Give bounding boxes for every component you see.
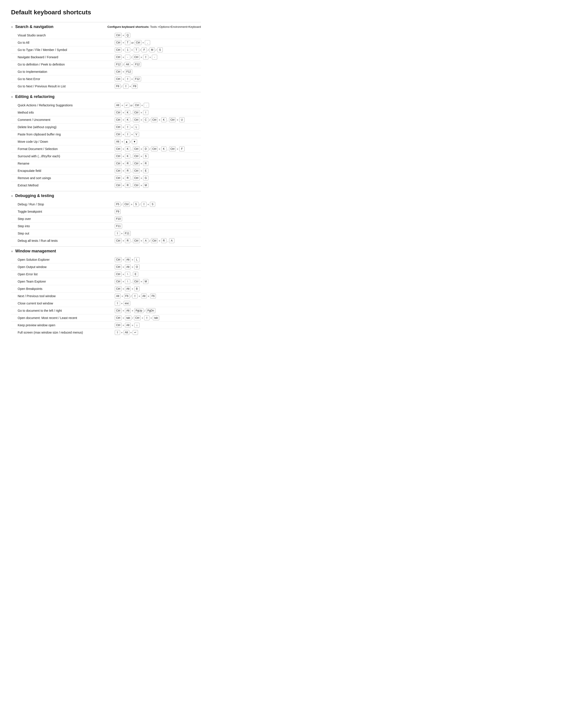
shortcut-row: Go to Next / Previous Result in ListF8/⇧…: [11, 83, 201, 90]
shortcut-keys: Ctrl+F12: [115, 69, 132, 74]
shortcut-row: Toggle breakpointF9: [11, 208, 201, 215]
shortcut-keys: Ctrl+K,Ctrl+D/Ctrl+K,Ctrl+F: [115, 146, 184, 151]
shortcut-keys: Ctrl+R,Ctrl+E: [115, 168, 148, 173]
shortcut-keys: Ctrl+Alt+B: [115, 286, 139, 291]
shortcut-label: Quick Actions / Refactoring Suggestions: [18, 103, 115, 107]
shortcut-row: Next / Previous tool windowAlt+F6/⇧+Alt+…: [11, 293, 201, 300]
section-rows-window-management: Open Solution ExplorerCtrl+Alt+LOpen Out…: [11, 256, 201, 336]
shortcut-label: Remove and sort usings: [18, 176, 115, 180]
section-title-search-navigation: Search & navigation: [15, 24, 53, 29]
shortcut-row: Navigate Backward / ForwardCtrl+-/Ctrl+⇧…: [11, 54, 201, 61]
shortcut-keys: F12/Alt+F12: [115, 62, 141, 67]
shortcut-keys: Ctrl+R,Ctrl+M: [115, 183, 148, 188]
section-title-window-management: Window management: [15, 249, 56, 253]
shortcut-row: Debug all tests / Run all testsCtrl+R,Ct…: [11, 237, 201, 244]
shortcut-label: Go to All: [18, 41, 115, 44]
shortcut-row: Format Document / SelectionCtrl+K,Ctrl+D…: [11, 145, 201, 153]
chevron-icon-search-navigation[interactable]: ∨: [11, 25, 13, 28]
shortcut-row: Extract MethodCtrl+R,Ctrl+M: [11, 182, 201, 189]
shortcut-label: Debug all tests / Run all tests: [18, 239, 115, 242]
shortcut-row: Open Team ExplorerCtrl+\,Ctrl+M: [11, 278, 201, 285]
shortcut-keys: Ctrl+-/Ctrl+⇧+-: [115, 55, 157, 60]
shortcut-row: Remove and sort usingsCtrl+R,Ctrl+G: [11, 174, 201, 182]
section-rows-editing-refactoring: Quick Actions / Refactoring SuggestionsA…: [11, 102, 201, 189]
shortcut-label: Go to Type / File / Member / Symbol: [18, 48, 115, 52]
shortcut-label: Surround with (...if/try/for each): [18, 154, 115, 158]
shortcut-label: Move code Up / Down: [18, 140, 115, 143]
page-title: Default keyboard shortcuts: [11, 9, 201, 16]
shortcut-label: Open Solution Explorer: [18, 258, 115, 261]
shortcut-label: Go to Implementation: [18, 70, 115, 73]
shortcut-row: Go to document to the left / rightCtrl+A…: [11, 307, 201, 314]
shortcut-keys: Ctrl+TorCtrl+,: [115, 40, 150, 45]
shortcut-label: Go to Next / Previous Result in List: [18, 84, 115, 88]
section-title-debugging-testing: Debugging & testing: [15, 193, 54, 198]
shortcut-keys: Ctrl+K,Ctrl+S: [115, 154, 148, 159]
shortcut-label: Next / Previous tool window: [18, 294, 115, 298]
shortcut-keys: Ctrl+Alt+⌂: [115, 323, 139, 328]
shortcut-row: Method infoCtrl+K,Ctrl+I: [11, 109, 201, 116]
shortcut-label: Open Team Explorer: [18, 280, 115, 283]
section-header-debugging-testing: ∨Debugging & testing: [11, 191, 201, 200]
shortcut-label: Open document: Most recent / Least recen…: [18, 316, 115, 320]
shortcut-keys: Ctrl+⇧+L: [115, 125, 139, 129]
shortcut-row: Close current tool window⇧+esc: [11, 300, 201, 307]
shortcut-row: Debug / Run / StopF5/Ctrl+S/⇧+S: [11, 201, 201, 208]
shortcut-keys: F11: [115, 224, 122, 229]
shortcut-label: Navigate Backward / Forward: [18, 55, 115, 59]
shortcut-keys: Ctrl+R,Ctrl+A/Ctrl+R,A: [115, 238, 174, 243]
shortcut-keys: Alt+▲/▼: [115, 139, 137, 144]
section-header-editing-refactoring: ∨Editing & refactoring: [11, 92, 201, 101]
shortcut-keys: Ctrl+\,Ctrl+M: [115, 279, 148, 284]
shortcut-row: RenameCtrl+R,Ctrl+R: [11, 160, 201, 167]
shortcut-keys: Ctrl+R,Ctrl+G: [115, 176, 148, 180]
shortcut-row: Go to Type / File / Member / SymbolCtrl+…: [11, 46, 201, 54]
shortcut-row: Surround with (...if/try/for each)Ctrl+K…: [11, 153, 201, 160]
shortcut-keys: Ctrl+Q: [115, 33, 130, 38]
shortcut-label: Open Error list: [18, 272, 115, 276]
shortcut-row: Open document: Most recent / Least recen…: [11, 314, 201, 322]
shortcut-row: Go to ImplementationCtrl+F12: [11, 68, 201, 75]
chevron-icon-editing-refactoring[interactable]: ∨: [11, 95, 13, 98]
shortcut-row: Go to definition / Peek to definitionF12…: [11, 61, 201, 68]
shortcut-row: Step intoF11: [11, 223, 201, 230]
shortcut-row: Full screen (max window size / reduced m…: [11, 329, 201, 336]
section-header-search-navigation: ∨Search & navigationConfigure keyboard s…: [11, 22, 201, 31]
shortcut-keys: Alt+F6/⇧+Alt+F6: [115, 294, 156, 298]
shortcut-row: Quick Actions / Refactoring SuggestionsA…: [11, 102, 201, 109]
shortcut-label: Open Breakpoints: [18, 287, 115, 291]
shortcut-keys: Ctrl+K,Ctrl+C/Ctrl+K,Ctrl+U: [115, 117, 184, 122]
shortcut-row: Encapsulate fieldCtrl+R,Ctrl+E: [11, 167, 201, 174]
shortcut-row: Paste from clipboard buffer ringCtrl+⇧+V: [11, 131, 201, 138]
shortcut-label: Open Output window: [18, 265, 115, 269]
section-title-editing-refactoring: Editing & refactoring: [15, 94, 55, 99]
section-header-window-management: ∨Window management: [11, 246, 201, 255]
shortcut-label: Extract Method: [18, 184, 115, 187]
shortcut-row: Move code Up / DownAlt+▲/▼: [11, 138, 201, 145]
shortcut-label: Delete line (without copying): [18, 125, 115, 129]
shortcut-row: Step overF10: [11, 215, 201, 223]
shortcut-label: Comment / Uncomment: [18, 118, 115, 122]
shortcut-keys: Ctrl+K,Ctrl+I: [115, 110, 148, 115]
shortcut-label: Step out: [18, 232, 115, 235]
section-rows-debugging-testing: Debug / Run / StopF5/Ctrl+S/⇧+SToggle br…: [11, 201, 201, 244]
shortcut-label: Format Document / Selection: [18, 147, 115, 151]
shortcut-row: Visual Studio searchCtrl+Q: [11, 32, 201, 39]
shortcut-keys: ⇧+Alt+↵: [115, 330, 138, 335]
shortcut-label: Debug / Run / Stop: [18, 203, 115, 206]
shortcut-keys: Alt+↵orCtrl+.: [115, 103, 149, 108]
shortcut-keys: Ctrl+1+T/F/M/S: [115, 47, 163, 52]
shortcut-row: Go to Next ErrorCtrl+⇧+F12: [11, 75, 201, 83]
shortcut-row: Open Error listCtrl+\,E: [11, 271, 201, 278]
chevron-icon-debugging-testing[interactable]: ∨: [11, 194, 13, 197]
chevron-icon-window-management[interactable]: ∨: [11, 250, 13, 253]
shortcut-label: Paste from clipboard buffer ring: [18, 133, 115, 136]
shortcut-label: Go to document to the left / right: [18, 309, 115, 312]
shortcut-keys: Ctrl+Alt+PgUp/PgDn: [115, 308, 155, 313]
shortcut-keys: F5/Ctrl+S/⇧+S: [115, 202, 155, 207]
shortcut-row: Step out⇧+F11: [11, 230, 201, 237]
shortcut-keys: Ctrl+⇧+V: [115, 132, 139, 137]
shortcut-row: Go to AllCtrl+TorCtrl+,: [11, 39, 201, 46]
configure-note: Configure keyboard shortcuts: Tools >Opt…: [107, 25, 201, 28]
shortcut-row: Open BreakpointsCtrl+Alt+B: [11, 285, 201, 293]
